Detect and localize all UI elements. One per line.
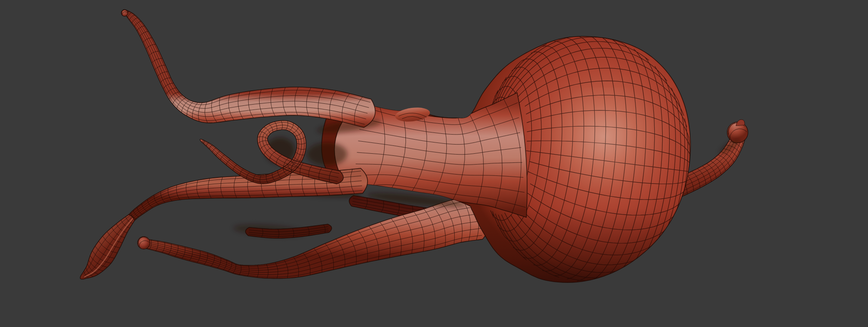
- arm-bottom-curl-tip: [138, 237, 150, 249]
- shadow-crown-crevice: [307, 142, 347, 166]
- mantle-specular-fill: [542, 87, 671, 196]
- mantle-specular: [542, 87, 671, 196]
- arm-bottom-curl-tip-surface: [138, 237, 150, 249]
- arm-top-curl-tip: [121, 10, 128, 16]
- viewport-3d[interactable]: [0, 0, 868, 327]
- octopus-model[interactable]: [0, 0, 868, 327]
